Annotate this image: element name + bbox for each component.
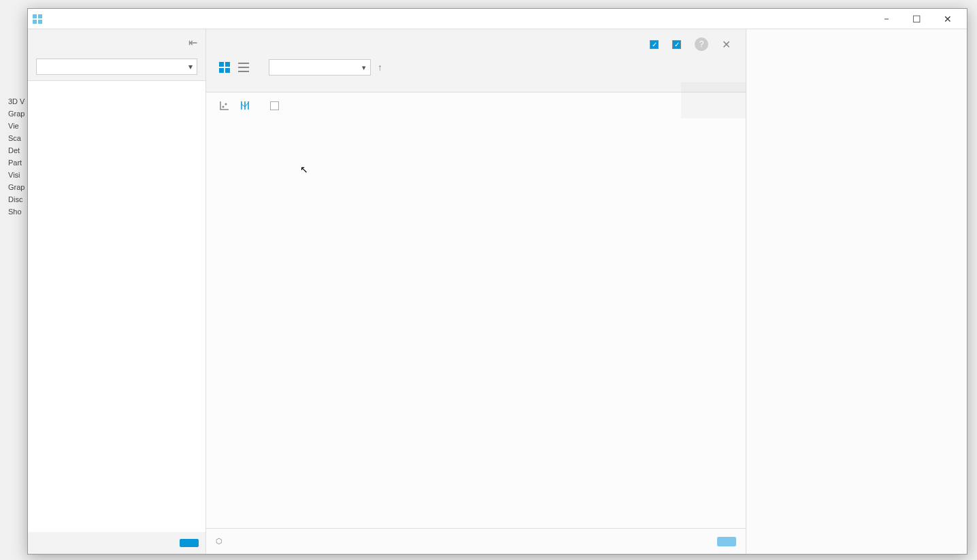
scatter-chart-icon[interactable] xyxy=(218,99,231,112)
parallel-chart-icon[interactable] xyxy=(239,99,251,112)
svg-rect-4 xyxy=(219,62,224,67)
parallel-coords-chart[interactable] xyxy=(206,118,746,528)
svg-point-11 xyxy=(222,106,225,108)
enable-filters-checkbox[interactable] xyxy=(266,101,279,110)
svg-rect-5 xyxy=(225,62,230,67)
filter-label xyxy=(28,53,205,59)
create-study-button[interactable] xyxy=(180,539,199,547)
create-revit-elements-button[interactable] xyxy=(717,537,736,546)
filters-toolbar xyxy=(206,92,746,118)
svg-point-12 xyxy=(225,103,227,105)
app-icon xyxy=(32,14,43,24)
svg-rect-7 xyxy=(225,68,230,73)
sort-select[interactable]: ▾ xyxy=(269,59,371,76)
studies-list[interactable] xyxy=(28,80,205,532)
svg-rect-1 xyxy=(38,14,42,18)
svg-rect-9 xyxy=(238,67,249,68)
maximize-button[interactable]: ☐ xyxy=(901,10,932,29)
chevron-down-icon: ▾ xyxy=(188,62,193,71)
toolbar: ▾ ↑ xyxy=(206,56,746,82)
sort-direction-icon[interactable]: ↑ xyxy=(378,62,382,73)
charts-checkbox[interactable]: ✓ xyxy=(650,40,661,49)
close-panel-icon[interactable]: ✕ xyxy=(719,38,733,51)
details-checkbox[interactable]: ✓ xyxy=(672,40,684,49)
filter-select[interactable]: ▾ xyxy=(36,59,197,75)
titlebar[interactable]: － ☐ ✕ xyxy=(28,9,967,29)
svg-rect-3 xyxy=(38,20,42,24)
studies-panel: ⇤ ▾ xyxy=(28,29,206,554)
explore-outcomes-dialog: － ☐ ✕ ⇤ ▾ ✓ ✓ xyxy=(27,8,967,555)
revit-proj-browser: 3D VGrapVieScaDetPartVisiGrapDiscSho xyxy=(7,95,26,223)
grid-view-icon[interactable] xyxy=(218,61,231,73)
svg-rect-10 xyxy=(238,71,249,72)
close-button[interactable]: ✕ xyxy=(932,10,963,29)
footer: ⬡ xyxy=(206,528,746,554)
svg-rect-6 xyxy=(219,68,224,73)
thumbnails xyxy=(206,82,746,92)
minimize-button[interactable]: － xyxy=(871,10,901,29)
collapse-panel-icon[interactable]: ⇤ xyxy=(188,36,197,49)
svg-rect-2 xyxy=(33,20,37,24)
list-view-icon[interactable] xyxy=(237,61,250,73)
svg-rect-0 xyxy=(33,14,37,18)
svg-rect-8 xyxy=(238,63,249,64)
main-content: ✓ ✓ ? ✕ ▾ ↑ xyxy=(206,29,746,554)
hexagon-icon: ⬡ xyxy=(216,537,222,546)
help-icon[interactable]: ? xyxy=(695,37,708,51)
details-panel xyxy=(746,29,967,554)
